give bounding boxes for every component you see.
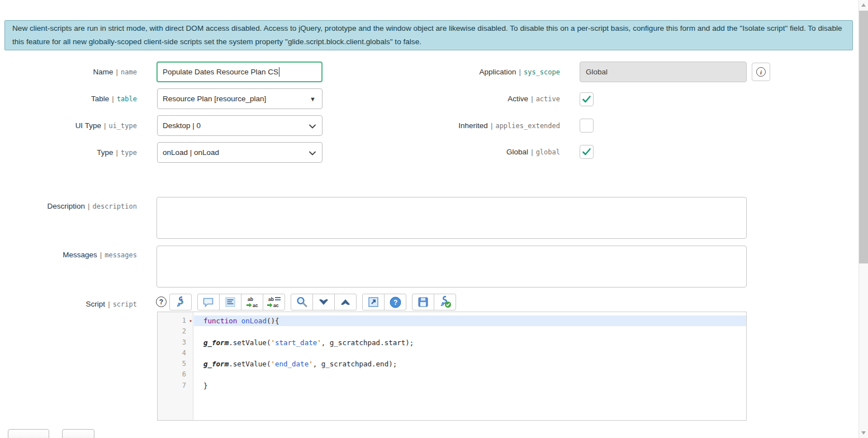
script-editor[interactable]: 1▾234567 function onLoad(){ g_form.setVa… xyxy=(157,312,747,421)
name-input[interactable]: Populate Dates Resource Plan CS xyxy=(156,62,322,82)
save-button[interactable] xyxy=(412,294,434,310)
chevron-down-icon xyxy=(309,123,316,130)
format-code-button[interactable] xyxy=(219,294,241,310)
scroll-up-arrow-icon[interactable] xyxy=(861,3,866,7)
chevron-down-icon xyxy=(309,149,316,157)
syntax-editor-icon xyxy=(174,296,187,308)
scroll-down-arrow-icon[interactable] xyxy=(861,431,866,435)
editor-gutter: 1▾234567 xyxy=(158,312,193,420)
line-number[interactable]: 3 xyxy=(158,337,193,348)
save-floppy-icon xyxy=(418,296,429,308)
type-label: Type|type xyxy=(0,148,137,157)
line-number[interactable]: 1▾ xyxy=(158,315,193,326)
global-checkbox[interactable] xyxy=(580,145,594,159)
form-action-button-2[interactable] xyxy=(62,429,94,438)
svg-text:?: ? xyxy=(393,299,397,307)
global-label: Global|global xyxy=(358,148,560,156)
checkmark-icon xyxy=(581,147,592,157)
comment-bubble-icon xyxy=(202,296,215,308)
text-caret xyxy=(279,67,279,77)
open-in-new-window-button[interactable] xyxy=(362,294,385,310)
caret-down-icon: ▼ xyxy=(310,96,316,102)
script-label: Script|script xyxy=(0,300,137,308)
line-number[interactable]: 6 xyxy=(158,369,193,380)
check-syntax-button[interactable] xyxy=(434,294,456,310)
editor-help-button[interactable]: ? xyxy=(384,294,406,310)
ui-type-label: UI Type|ui_type xyxy=(0,121,137,130)
line-number[interactable]: 2 xyxy=(158,326,193,337)
table-label: Table|table xyxy=(0,95,137,103)
info-icon: i xyxy=(756,67,766,77)
messages-textarea[interactable] xyxy=(156,246,747,288)
application-label: Application|sys_scope xyxy=(358,68,560,76)
form-action-button-1[interactable] xyxy=(8,429,49,438)
open-in-new-window-icon xyxy=(368,296,379,308)
editor-code[interactable]: function onLoad(){ g_form.setValue('star… xyxy=(194,312,746,420)
check-syntax-icon xyxy=(439,296,452,308)
messages-label: Messages|messages xyxy=(0,251,137,259)
code-line xyxy=(194,348,746,359)
strict-mode-banner: New client-scripts are run in strict mod… xyxy=(4,20,853,50)
script-help-icon[interactable]: ? xyxy=(156,296,167,307)
replace-icon: ab ac xyxy=(245,296,259,308)
application-info-button[interactable]: i xyxy=(752,63,770,81)
fold-arrow-icon[interactable]: ▾ xyxy=(186,315,192,326)
replace-all-icon: ab ac xyxy=(267,296,281,308)
scrollbar-thumb[interactable] xyxy=(859,11,868,263)
svg-text:ac: ac xyxy=(253,303,258,308)
search-button[interactable] xyxy=(291,294,313,310)
code-line: function onLoad(){ xyxy=(194,315,746,326)
find-next-button[interactable] xyxy=(312,294,335,310)
description-label: Description|description xyxy=(0,202,137,210)
type-select[interactable]: onLoad | onLoad xyxy=(157,142,322,163)
line-number[interactable]: 4 xyxy=(158,348,193,359)
chevron-up-filled-icon xyxy=(340,298,351,307)
svg-text:ab: ab xyxy=(268,296,274,302)
line-number[interactable]: 5 xyxy=(158,359,193,369)
toggle-syntax-editor-button[interactable] xyxy=(169,294,192,310)
line-number[interactable]: 7 xyxy=(158,380,193,391)
table-select[interactable]: Resource Plan [resource_plan] ▼ xyxy=(157,88,322,109)
replace-all-button[interactable]: ab ac xyxy=(263,294,285,310)
checkmark-icon xyxy=(581,94,592,105)
inherited-checkbox[interactable] xyxy=(580,119,594,133)
page-scrollbar[interactable] xyxy=(858,0,868,438)
replace-button[interactable]: ab ac xyxy=(241,294,263,310)
find-previous-button[interactable] xyxy=(334,294,357,310)
active-label: Active|active xyxy=(358,95,560,103)
format-lines-icon xyxy=(225,296,236,308)
script-toolbar: ab ac ab ac xyxy=(169,294,456,310)
inherited-label: Inherited|applies_extended xyxy=(358,121,560,130)
active-checkbox[interactable] xyxy=(580,92,594,106)
code-line: } xyxy=(194,380,746,391)
svg-text:ab: ab xyxy=(248,296,253,302)
code-line: g_form.setValue('end_date', g_scratchpad… xyxy=(194,359,746,369)
name-label: Name|name xyxy=(0,68,137,76)
client-script-form: New client-scripts are run in strict mod… xyxy=(0,0,868,438)
application-field: Global xyxy=(580,62,747,82)
chevron-down-filled-icon xyxy=(318,298,329,307)
toggle-comment-button[interactable] xyxy=(197,294,220,310)
search-icon xyxy=(296,296,308,308)
code-line xyxy=(194,326,746,337)
ui-type-select[interactable]: Desktop | 0 xyxy=(157,115,322,136)
code-line xyxy=(194,369,746,380)
description-textarea[interactable] xyxy=(156,197,747,239)
code-line: g_form.setValue('start_date', g_scratchp… xyxy=(194,337,746,348)
help-circle-icon: ? xyxy=(390,296,401,308)
